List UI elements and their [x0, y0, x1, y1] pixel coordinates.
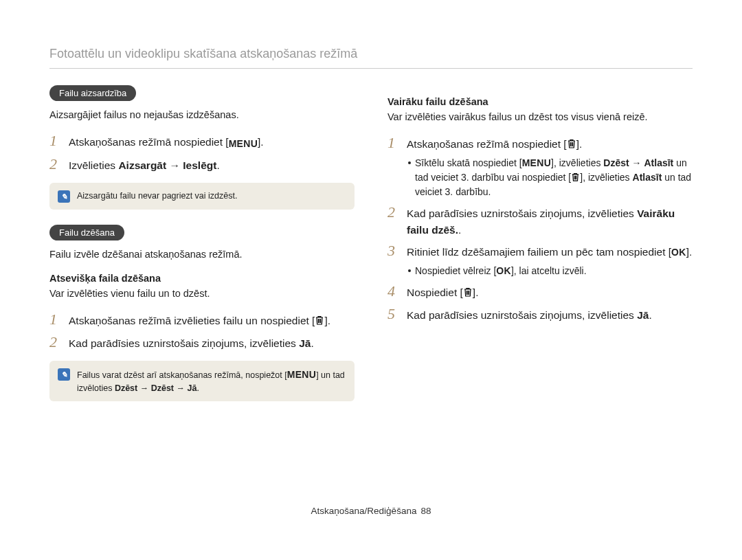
single-delete-body: Var izvēlēties vienu failu un to dzēst.: [49, 287, 355, 301]
multi-delete-step-3: 3 Ritiniet līdz dzēšamajiem failiem un p…: [387, 242, 693, 260]
page-title: Fotoattēlu un videoklipu skatīšana atska…: [49, 47, 693, 69]
ok-icon: OK: [496, 265, 511, 276]
trash-icon: [315, 315, 324, 326]
delete-body: Failu izvēle dzēšanai atskaņošanas režīm…: [49, 247, 355, 262]
menu-icon: MENU: [229, 137, 258, 151]
multi-delete-step-1: 1 Atskaņošanas režīmā nospiediet [].: [387, 134, 693, 152]
right-column: Vairāku failu dzēšana Var izvēlēties vai…: [387, 85, 693, 416]
single-delete-heading: Atsevišķa faila dzēšana: [49, 273, 355, 284]
page-footer: Atskaņošana/Rediģēšana88: [49, 506, 693, 516]
left-column: Failu aizsardzība Aizsargājiet failus no…: [49, 85, 355, 416]
protection-step-1: 1 Atskaņošanas režīmā nospiediet [MENU].: [49, 132, 355, 151]
trash-icon: [463, 287, 473, 298]
multi-delete-heading: Vairāku failu dzēšana: [387, 96, 693, 107]
multi-delete-step-5: 5 Kad parādīsies uznirstošais ziņojums, …: [387, 305, 693, 323]
protection-step-2: 2 Izvēlieties Aizsargāt → Ieslēgt.: [49, 155, 355, 173]
menu-icon: MENU: [287, 369, 316, 380]
multi-delete-step-3-sub: Nospiediet vēlreiz [OK], lai atceltu izv…: [408, 264, 693, 278]
info-icon: ✎: [58, 368, 70, 381]
single-delete-step-2: 2 Kad parādīsies uznirstošais ziņojums, …: [49, 333, 355, 351]
multi-delete-body: Var izvēlēties vairākus failus un dzēst …: [387, 110, 693, 124]
multi-delete-step-4: 4 Nospiediet [].: [387, 282, 693, 300]
info-icon: ✎: [58, 190, 70, 203]
protection-note: ✎ Aizsargātu failu nevar pagriezt vai iz…: [49, 183, 355, 210]
single-delete-step-1: 1 Atskaņošanas režīmā izvēlieties failu …: [49, 311, 355, 328]
ok-icon: OK: [671, 247, 686, 258]
protection-body: Aizsargājiet failus no nejaušas izdzēšan…: [49, 108, 355, 122]
menu-icon: MENU: [522, 157, 551, 168]
trash-icon: [571, 172, 580, 182]
delete-note: ✎ Failus varat dzēst arī atskaņošanas re…: [49, 361, 355, 401]
section-pill-protection: Failu aizsardzība: [49, 85, 136, 101]
trash-icon: [567, 139, 576, 149]
section-pill-delete: Failu dzēšana: [49, 225, 124, 240]
multi-delete-sub-step: Sīktēlu skatā nospiediet [MENU], izvēlie…: [408, 156, 693, 199]
multi-delete-step-2: 2 Kad parādīsies uznirstošais ziņojums, …: [387, 203, 693, 238]
